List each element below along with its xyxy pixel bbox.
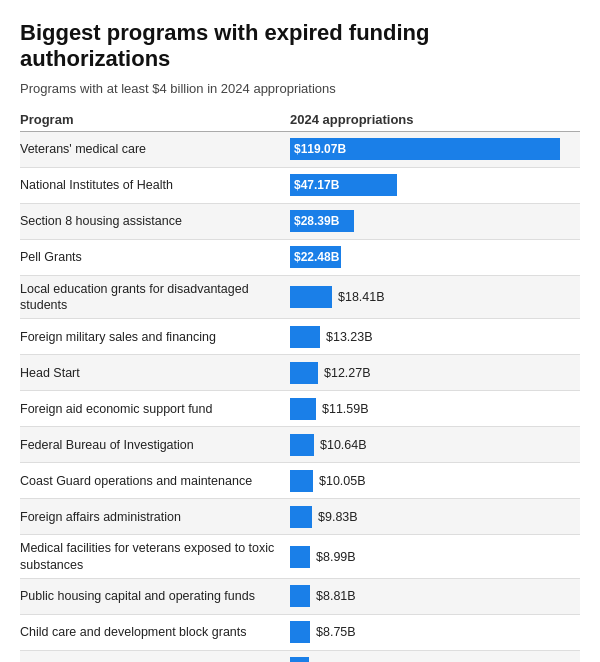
bar: $28.39B <box>290 210 354 232</box>
bar-cell: $119.07B <box>290 138 580 160</box>
bar <box>290 621 310 643</box>
bar <box>290 362 318 384</box>
program-name: Child care and development block grants <box>20 624 290 640</box>
program-name: Pell Grants <box>20 249 290 265</box>
bar <box>290 398 316 420</box>
bar-value-label: $47.17B <box>290 178 339 192</box>
page-title: Biggest programs with expired funding au… <box>20 20 580 73</box>
table-row: Head Start$12.27B <box>20 355 580 391</box>
bar-value-label: $9.83B <box>318 510 358 524</box>
column-header-program: Program <box>20 112 290 127</box>
table-row: Coast Guard operations and maintenance$1… <box>20 463 580 499</box>
table-header: Program 2024 appropriations <box>20 112 580 132</box>
bar-value-label: $119.07B <box>290 142 346 156</box>
table-row: Child care and development block grants$… <box>20 615 580 651</box>
bar-cell: $10.64B <box>290 434 580 456</box>
table-row: Pell Grants$22.48B <box>20 240 580 276</box>
program-name: Local education grants for disadvantaged… <box>20 281 290 314</box>
table-row: National Institutes of Health$47.17B <box>20 168 580 204</box>
bar <box>290 585 310 607</box>
program-name: Foreign affairs administration <box>20 509 290 525</box>
bar <box>290 286 332 308</box>
program-name: National Institutes of Health <box>20 177 290 193</box>
bar <box>290 434 314 456</box>
table-body: Veterans' medical care$119.07BNational I… <box>20 132 580 662</box>
bar: $47.17B <box>290 174 397 196</box>
bar-value-label: $11.59B <box>322 402 369 416</box>
bar-cell: $10.05B <box>290 470 580 492</box>
table-row: Federal Bureau of Investigation$10.64B <box>20 427 580 463</box>
bar <box>290 546 310 568</box>
bar-value-label: $8.75B <box>316 625 356 639</box>
bar-cell: $8.75B <box>290 621 580 643</box>
program-name: Public housing capital and operating fun… <box>20 588 290 604</box>
bar-value-label: $12.27B <box>324 366 371 380</box>
bar <box>290 506 312 528</box>
bar-value-label: $28.39B <box>290 214 339 228</box>
table-row: Medical facilities for veterans exposed … <box>20 535 580 579</box>
bar: $22.48B <box>290 246 341 268</box>
bar-cell: $22.48B <box>290 246 580 268</box>
table-row: Local education grants for disadvantaged… <box>20 276 580 320</box>
bar-value-label: $18.41B <box>338 290 385 304</box>
table-row: Public housing capital and operating fun… <box>20 579 580 615</box>
table-row: Foreign aid economic support fund$11.59B <box>20 391 580 427</box>
page-subtitle: Programs with at least $4 billion in 202… <box>20 81 580 96</box>
column-header-appropriations: 2024 appropriations <box>290 112 580 127</box>
bar-cell: $12.27B <box>290 362 580 384</box>
program-name: Foreign aid economic support fund <box>20 401 290 417</box>
bar <box>290 326 320 348</box>
table-row: Section 8 housing assistance$28.39B <box>20 204 580 240</box>
program-name: Medical facilities for veterans exposed … <box>20 540 290 573</box>
bar-value-label: $22.48B <box>290 250 339 264</box>
program-name: Head Start <box>20 365 290 381</box>
program-name: Coast Guard operations and maintenance <box>20 473 290 489</box>
bar-value-label: $13.23B <box>326 330 373 344</box>
bar-cell: $47.17B <box>290 174 580 196</box>
bar-cell: $11.59B <box>290 398 580 420</box>
bar-cell: $28.39B <box>290 210 580 232</box>
bar <box>290 470 313 492</box>
bar-value-label: $8.99B <box>316 550 356 564</box>
bar-cell: $13.23B <box>290 326 580 348</box>
table-row: Veterans' medical care$119.07B <box>20 132 580 168</box>
program-name: Foreign military sales and financing <box>20 329 290 345</box>
bar-cell: $18.41B <box>290 286 580 308</box>
program-name: Veterans' medical care <box>20 141 290 157</box>
program-name: Federal Bureau of Investigation <box>20 437 290 453</box>
table-row: Foreign affairs administration$9.83B <box>20 499 580 535</box>
bar-value-label: $10.05B <box>319 474 366 488</box>
program-name: Section 8 housing assistance <box>20 213 290 229</box>
table-row: Federal prison system$8.39B <box>20 651 580 662</box>
bar: $119.07B <box>290 138 560 160</box>
bar-cell: $8.39B <box>290 657 580 662</box>
bar-value-label: $8.81B <box>316 589 356 603</box>
bar-cell: $8.81B <box>290 585 580 607</box>
bar-cell: $9.83B <box>290 506 580 528</box>
bar-value-label: $10.64B <box>320 438 367 452</box>
table-row: Foreign military sales and financing$13.… <box>20 319 580 355</box>
bar-cell: $8.99B <box>290 546 580 568</box>
bar <box>290 657 309 662</box>
